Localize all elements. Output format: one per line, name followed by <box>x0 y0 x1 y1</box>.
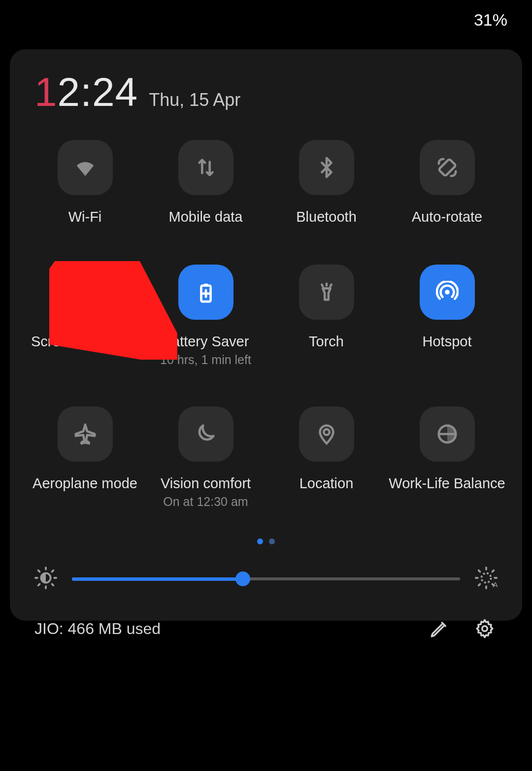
svg-line-17 <box>38 584 40 585</box>
tiles-grid: Wi-Fi Mobile data Bluetooth Auto-rotate <box>25 140 507 509</box>
aeroplane-toggle[interactable] <box>58 406 113 462</box>
moon-icon <box>195 423 217 445</box>
footer-row: JIO: 466 MB used <box>34 618 495 639</box>
globe-icon <box>436 423 459 445</box>
wifi-icon <box>74 156 97 179</box>
clock-row: 12:24 Thu, 15 Apr <box>34 69 507 115</box>
hotspot-toggle[interactable] <box>420 265 475 320</box>
tile-hotspot: Hotspot <box>396 265 499 367</box>
bluetooth-icon <box>315 156 338 179</box>
tile-vision-comfort: Vision comfort On at 12:30 am <box>154 406 258 509</box>
tile-sublabel: 10 hrs, 1 min left <box>160 353 251 367</box>
tile-label: Hotspot <box>423 334 472 350</box>
page-dot-1[interactable] <box>257 538 263 544</box>
battery-saver-icon <box>195 281 217 303</box>
clock-hour-accent: 1 <box>34 69 58 114</box>
torch-icon <box>315 281 338 303</box>
clock-rest: 2:24 <box>58 69 138 114</box>
tile-label: Location <box>299 475 354 492</box>
brightness-icon[interactable] <box>34 567 57 591</box>
tile-wifi: Wi-Fi <box>33 140 137 225</box>
bluetooth-toggle[interactable] <box>299 140 354 195</box>
torch-toggle[interactable] <box>299 265 354 320</box>
screen-recorder-toggle[interactable] <box>58 265 113 320</box>
svg-line-18 <box>52 570 53 572</box>
svg-rect-0 <box>438 159 456 176</box>
clock: 12:24 <box>34 69 138 115</box>
settings-gear-icon[interactable] <box>474 618 495 639</box>
tile-label: Work-Life Balance <box>389 475 505 492</box>
brightness-row: A <box>34 567 498 591</box>
svg-point-29 <box>482 626 488 632</box>
battery-percent: 31% <box>474 10 507 30</box>
tile-label: Bluetooth <box>296 209 357 225</box>
svg-rect-4 <box>204 284 208 286</box>
page-indicator <box>25 538 507 544</box>
auto-brightness-icon[interactable]: A <box>475 567 498 591</box>
svg-line-15 <box>38 570 40 572</box>
date: Thu, 15 Apr <box>149 90 240 110</box>
svg-point-2 <box>80 287 90 297</box>
record-icon <box>74 281 97 303</box>
location-toggle[interactable] <box>299 406 354 462</box>
tile-label: Screen Recorder <box>31 334 139 350</box>
svg-line-16 <box>52 584 53 585</box>
auto-rotate-icon <box>436 156 459 179</box>
svg-point-6 <box>324 429 330 435</box>
tile-work-life: Work-Life Balance <box>396 406 499 509</box>
status-bar: 31% <box>0 0 532 39</box>
tile-aeroplane: Aeroplane mode <box>33 406 137 509</box>
brightness-slider[interactable] <box>72 571 460 586</box>
airplane-icon <box>74 423 97 445</box>
svg-point-5 <box>445 290 450 295</box>
tile-auto-rotate: Auto-rotate <box>396 140 499 225</box>
vision-comfort-toggle[interactable] <box>178 406 233 462</box>
wifi-toggle[interactable] <box>58 140 113 195</box>
svg-line-27 <box>492 570 494 572</box>
data-usage-text: JIO: 466 MB used <box>34 620 161 638</box>
tile-label: Mobile data <box>169 209 243 225</box>
svg-point-19 <box>481 573 491 582</box>
location-pin-icon <box>315 423 338 445</box>
work-life-toggle[interactable] <box>420 406 475 462</box>
tile-label: Battery Saver <box>163 334 249 350</box>
auto-rotate-toggle[interactable] <box>420 140 475 195</box>
tile-bluetooth: Bluetooth <box>275 140 378 225</box>
page-dot-2[interactable] <box>269 538 275 544</box>
hotspot-icon <box>436 281 459 303</box>
tile-sublabel: On at 12:30 am <box>163 495 248 509</box>
svg-line-26 <box>479 584 480 585</box>
tile-label: Aeroplane mode <box>33 475 137 492</box>
svg-text:A: A <box>493 580 498 589</box>
tile-label: Vision comfort <box>161 475 251 492</box>
edit-icon[interactable] <box>429 618 450 639</box>
tile-battery-saver: Battery Saver 10 hrs, 1 min left <box>154 265 258 367</box>
tile-mobile-data: Mobile data <box>154 140 258 225</box>
tile-torch: Torch <box>275 265 378 367</box>
tile-label: Wi-Fi <box>68 209 102 225</box>
mobile-data-toggle[interactable] <box>178 140 233 195</box>
tile-screen-recorder: Screen Recorder <box>33 265 137 367</box>
mobile-data-icon <box>195 156 217 179</box>
battery-saver-toggle[interactable] <box>178 265 233 320</box>
svg-line-24 <box>479 570 480 572</box>
tile-label: Auto-rotate <box>412 209 482 225</box>
quick-settings-panel: 12:24 Thu, 15 Apr Wi-Fi Mobile data Blue… <box>10 49 522 621</box>
tile-location: Location <box>275 406 378 509</box>
tile-label: Torch <box>309 334 344 350</box>
